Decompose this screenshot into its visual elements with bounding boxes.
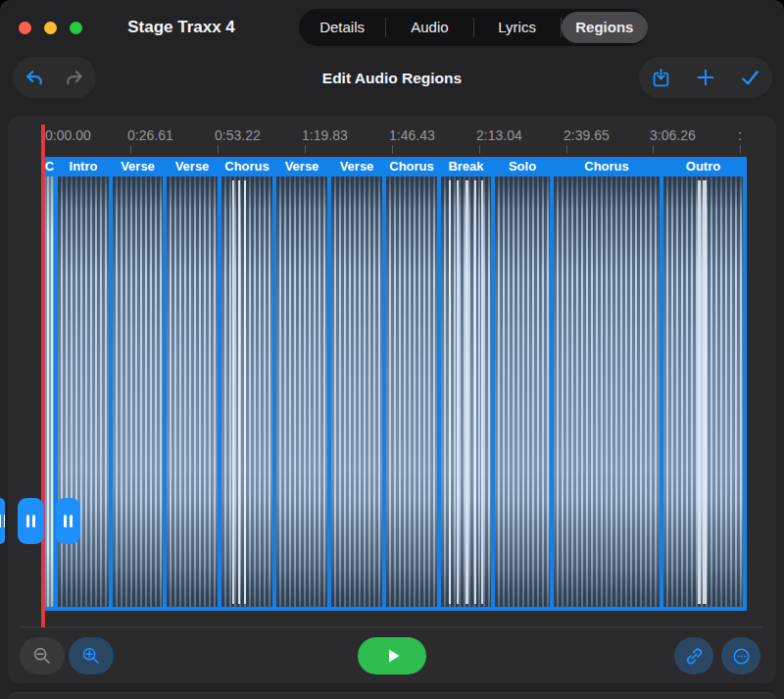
region-boundary — [218, 157, 221, 611]
region-label-outro[interactable]: Outro — [662, 157, 745, 176]
play-button[interactable] — [358, 637, 426, 674]
toolbar-divider — [20, 626, 762, 627]
region-waveform-verse[interactable] — [329, 176, 384, 611]
zoom-in-icon — [80, 645, 102, 667]
region-boundary — [327, 157, 331, 611]
waveform-transient — [698, 180, 701, 604]
waveform-transient — [449, 180, 451, 604]
region-boundary — [743, 157, 747, 611]
confirm-button[interactable] — [728, 57, 772, 98]
region-label-chorus[interactable]: Chorus — [384, 157, 439, 176]
grip-icon — [4, 515, 5, 527]
grip-icon — [32, 515, 35, 527]
tab-regions[interactable]: Regions — [562, 12, 648, 43]
region-label-verse[interactable]: Verse — [111, 157, 165, 176]
waveform-transient — [481, 180, 483, 604]
actions-group — [639, 57, 772, 98]
app-window: Stage Traxx 4 DetailsAudioLyricsRegions … — [0, 0, 784, 699]
import-icon — [650, 67, 672, 89]
grip-icon — [26, 515, 29, 527]
region-drag-handle[interactable] — [56, 498, 80, 544]
import-button[interactable] — [639, 57, 683, 98]
add-region-button[interactable] — [683, 57, 727, 98]
region-boundary — [437, 157, 441, 611]
waveform-transient — [457, 180, 459, 604]
app-title: Stage Traxx 4 — [108, 18, 255, 37]
waveform-area: CIntroVerseVerseChorusVerseVerseChorusBr… — [43, 116, 776, 683]
zoom-in-button[interactable] — [69, 637, 114, 674]
minimize-window-button[interactable] — [44, 22, 57, 34]
region-boundary — [382, 157, 386, 611]
play-icon — [380, 644, 404, 668]
tab-lyrics[interactable]: Lyrics — [474, 12, 561, 43]
region-drag-handle[interactable] — [0, 498, 5, 544]
link-button[interactable] — [674, 637, 713, 674]
region-label-chorus[interactable]: Chorus — [220, 157, 274, 176]
tab-bar: DetailsAudioLyricsRegions — [299, 9, 648, 46]
region-boundary — [660, 157, 663, 611]
grip-icon — [0, 515, 1, 527]
close-window-button[interactable] — [19, 22, 31, 34]
regions-panel: 0:00.000:26.610:53.221:19.831:46.432:13.… — [8, 116, 776, 683]
region-waveform-chorus[interactable] — [220, 176, 274, 611]
region-waveform-chorus[interactable] — [384, 176, 439, 611]
region-waveform-verse[interactable] — [111, 176, 165, 611]
plus-icon — [695, 67, 716, 88]
zoom-out-button[interactable] — [20, 637, 65, 674]
waveform-transient — [244, 180, 246, 604]
region-waveform-solo[interactable] — [493, 176, 552, 611]
region-label-verse[interactable]: Verse — [329, 157, 384, 176]
waveform-transient — [232, 180, 234, 604]
waveform-transient — [466, 180, 468, 604]
region-waveform-chorus[interactable] — [552, 176, 662, 611]
grip-icon — [64, 515, 67, 527]
grip-icon — [70, 515, 73, 527]
link-icon — [684, 646, 705, 667]
region-waveform-verse[interactable] — [165, 176, 220, 611]
fullscreen-window-button[interactable] — [70, 22, 82, 34]
waveform-transient — [703, 180, 707, 604]
confirm-check-icon — [739, 67, 761, 89]
tab-audio[interactable]: Audio — [386, 12, 472, 43]
more-options-button[interactable] — [721, 637, 760, 674]
region-boundary — [54, 157, 58, 611]
playhead — [41, 125, 45, 627]
region-boundary — [491, 157, 495, 611]
next-panel-edge — [8, 692, 776, 699]
region-label-verse[interactable]: Verse — [274, 157, 329, 176]
region-waveform-intro[interactable] — [56, 176, 111, 611]
more-icon — [731, 646, 752, 667]
waveform-bottom-border — [43, 607, 745, 611]
region-boundary — [550, 157, 554, 611]
waveform-transient — [238, 180, 240, 604]
region-waveform-verse[interactable] — [274, 176, 329, 611]
tab-details[interactable]: Details — [299, 12, 385, 43]
region-drag-handle[interactable] — [18, 498, 44, 544]
region-label-solo[interactable]: Solo — [493, 157, 552, 176]
region-label-chorus[interactable]: Chorus — [552, 157, 662, 176]
region-boundary — [272, 157, 276, 611]
region-label-verse[interactable]: Verse — [165, 157, 220, 176]
titlebar: Stage Traxx 4 DetailsAudioLyricsRegions — [0, 0, 784, 55]
zoom-out-icon — [31, 645, 53, 667]
region-boundary — [163, 157, 167, 611]
region-label-intro[interactable]: Intro — [56, 157, 111, 176]
region-label-break[interactable]: Break — [439, 157, 493, 176]
waveform-transient — [474, 180, 476, 604]
region-boundary — [109, 157, 113, 611]
